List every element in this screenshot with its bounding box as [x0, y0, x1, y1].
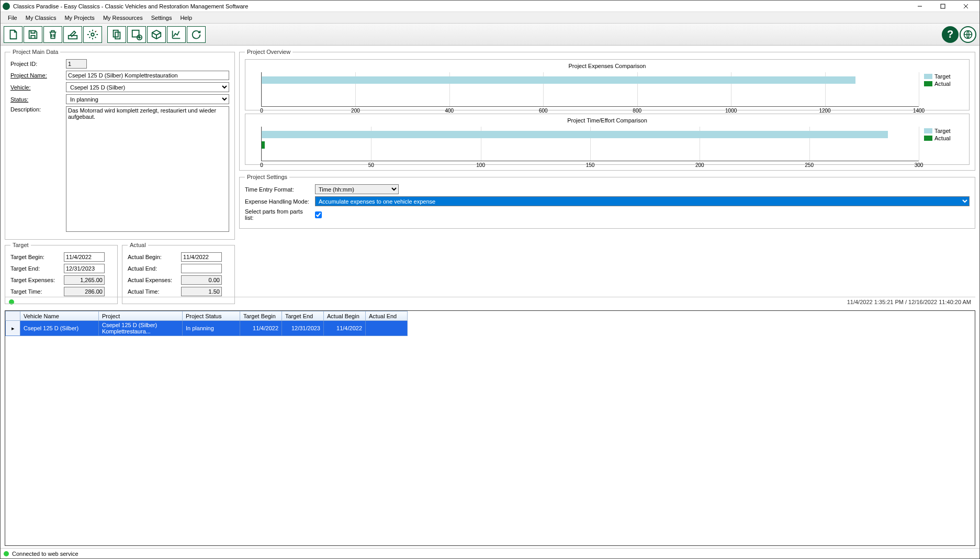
- package-icon[interactable]: [147, 26, 166, 43]
- target-group: Target Target Begin: Target End: Target …: [5, 242, 118, 304]
- minimize-button[interactable]: [908, 1, 931, 12]
- cell-status[interactable]: In planning: [183, 321, 240, 336]
- new-icon[interactable]: [4, 26, 22, 43]
- svg-rect-1: [941, 4, 945, 8]
- target-exp-label: Target Expenses:: [10, 277, 61, 283]
- project-id-field: [66, 59, 87, 69]
- col-project[interactable]: Project: [99, 311, 183, 321]
- expenses-chart: Project Expenses Comparison 020040060080…: [245, 59, 970, 110]
- footer-status: Connected to web service: [1, 548, 979, 558]
- delete-icon[interactable]: [43, 26, 62, 43]
- add-box-icon[interactable]: [127, 26, 146, 43]
- toolbar: ?: [1, 24, 979, 46]
- close-button[interactable]: [954, 1, 977, 12]
- cell-actual-end[interactable]: [366, 321, 408, 336]
- vehicle-select[interactable]: Csepel 125 D (Silber): [66, 82, 229, 92]
- help-icon[interactable]: ?: [942, 26, 959, 43]
- legend-target: Target: [934, 73, 951, 80]
- table-row[interactable]: ▸ Csepel 125 D (Silber) Csepel 125 D (Si…: [6, 321, 408, 336]
- cell-vehicle[interactable]: Csepel 125 D (Silber): [20, 321, 99, 336]
- actual-begin-label: Actual Begin:: [128, 254, 178, 260]
- app-window: Classics Paradise - Easy Classics - Clas…: [0, 0, 980, 559]
- col-status[interactable]: Project Status: [183, 311, 240, 321]
- chart-icon[interactable]: [167, 26, 186, 43]
- svg-point-5: [91, 33, 94, 36]
- cell-project[interactable]: Csepel 125 D (Silber) Komplettrestaura..…: [99, 321, 183, 336]
- legend-actual: Actual: [934, 81, 951, 87]
- projects-grid[interactable]: Vehicle Name Project Project Status Targ…: [5, 310, 975, 546]
- target-exp-field: [64, 275, 105, 285]
- col-target-end[interactable]: Target End: [282, 311, 324, 321]
- time-chart-plot: 050100150200250300: [261, 127, 919, 161]
- vehicle-label: Vehicle:: [10, 84, 63, 91]
- status-time: 11/4/2022 1:35:21 PM / 12/16/2022 11:40:…: [847, 299, 971, 305]
- maximize-button[interactable]: [931, 1, 954, 12]
- time-format-label: Time Entry Format:: [245, 186, 312, 193]
- menu-my-classics[interactable]: My Classics: [21, 14, 61, 22]
- parts-checkbox[interactable]: [315, 211, 322, 218]
- cell-target-begin[interactable]: 11/4/2022: [240, 321, 282, 336]
- actual-time-label: Actual Time:: [128, 288, 178, 295]
- overview-legend: Project Overview: [245, 49, 292, 55]
- time-format-select[interactable]: Time (hh:mm): [315, 184, 399, 194]
- project-name-field[interactable]: [66, 71, 229, 80]
- col-actual-begin[interactable]: Actual Begin: [324, 311, 366, 321]
- menu-settings[interactable]: Settings: [147, 14, 176, 22]
- description-field[interactable]: Das Motorrad wird komplett zerlegt, rest…: [66, 106, 229, 232]
- actual-end-field[interactable]: [181, 264, 222, 273]
- save-icon[interactable]: [24, 26, 42, 43]
- description-label: Description:: [10, 106, 63, 113]
- menu-my-ressources[interactable]: My Ressources: [99, 14, 147, 22]
- cell-target-end[interactable]: 12/31/2023: [282, 321, 324, 336]
- col-target-begin[interactable]: Target Begin: [240, 311, 282, 321]
- expenses-chart-title: Project Expenses Comparison: [249, 63, 966, 69]
- copy-icon[interactable]: [107, 26, 126, 43]
- target-begin-label: Target Begin:: [10, 254, 61, 260]
- menubar: File My Classics My Projects My Ressourc…: [1, 12, 979, 24]
- project-main-legend: Project Main Data: [10, 49, 60, 55]
- content-area: Project Main Data Project ID: Project Na…: [1, 46, 979, 548]
- target-begin-field[interactable]: [64, 252, 105, 262]
- cell-actual-begin[interactable]: 11/4/2022: [324, 321, 366, 336]
- status-label: Status:: [10, 96, 63, 103]
- actual-time-field: [181, 287, 222, 296]
- row-selector-icon[interactable]: ▸: [6, 321, 20, 336]
- menu-my-projects[interactable]: My Projects: [60, 14, 98, 22]
- project-settings: Project Settings Time Entry Format: Time…: [239, 174, 975, 229]
- status-select[interactable]: In planning: [66, 94, 229, 104]
- time-chart: Project Time/Effort Comparison 050100150…: [245, 114, 970, 165]
- project-name-label: Project Name:: [10, 72, 63, 79]
- time-chart-title: Project Time/Effort Comparison: [249, 117, 966, 124]
- target-time-label: Target Time:: [10, 288, 61, 295]
- settings-legend: Project Settings: [245, 174, 289, 180]
- gear-icon[interactable]: [83, 26, 102, 43]
- refresh-icon[interactable]: [187, 26, 206, 43]
- menu-file[interactable]: File: [4, 14, 21, 22]
- expense-mode-select[interactable]: Accumulate expenses to one vehicle expen…: [315, 196, 970, 206]
- menu-help[interactable]: Help: [176, 14, 196, 22]
- window-title: Classics Paradise - Easy Classics - Clas…: [13, 3, 908, 9]
- connection-dot-icon: [4, 551, 9, 556]
- edit-icon[interactable]: [63, 26, 82, 43]
- svg-point-6: [96, 30, 97, 31]
- titlebar: Classics Paradise - Easy Classics - Clas…: [1, 1, 979, 12]
- target-end-field[interactable]: [64, 264, 105, 273]
- actual-begin-field[interactable]: [181, 252, 222, 262]
- actual-exp-field: [181, 275, 222, 285]
- footer-text: Connected to web service: [12, 551, 78, 557]
- actual-group: Actual Actual Begin: Actual End: Actual …: [122, 242, 235, 304]
- col-actual-end[interactable]: Actual End: [366, 311, 408, 321]
- globe-icon[interactable]: [960, 26, 976, 43]
- col-vehicle[interactable]: Vehicle Name: [20, 311, 99, 321]
- expenses-chart-plot: 0200400600800100012001400: [261, 72, 919, 107]
- expense-mode-label: Expense Handling Mode:: [245, 198, 312, 205]
- parts-label: Select parts from parts list:: [245, 208, 312, 221]
- project-main-data: Project Main Data Project ID: Project Na…: [5, 49, 235, 240]
- actual-end-label: Actual End:: [128, 265, 178, 272]
- project-id-label: Project ID:: [10, 61, 63, 67]
- target-legend: Target: [10, 242, 31, 248]
- app-icon: [3, 3, 10, 10]
- legend-actual-2: Actual: [934, 135, 951, 141]
- grid-rowhead[interactable]: [6, 311, 20, 321]
- time-chart-legend: Target Actual: [924, 125, 966, 161]
